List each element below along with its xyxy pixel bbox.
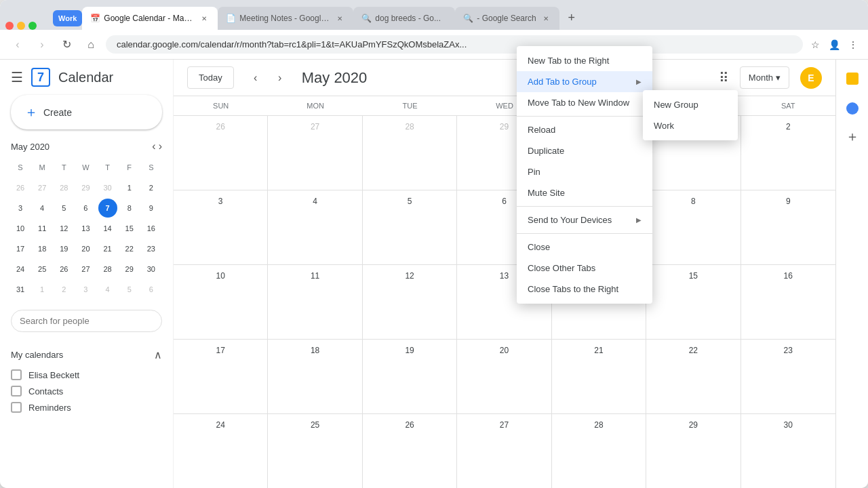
- context-menu: New Tab to the Right Add Tab to Group ▶ …: [517, 46, 652, 304]
- submenu-item-work-group[interactable]: Work: [643, 115, 738, 136]
- menu-item-mute-site[interactable]: Mute Site: [517, 182, 652, 203]
- menu-label-close-other-tabs: Close Other Tabs: [528, 263, 595, 273]
- menu-label-pin: Pin: [528, 167, 540, 177]
- menu-divider-3: [517, 233, 652, 234]
- send-devices-arrow-icon: ▶: [636, 216, 642, 224]
- context-menu-overlay[interactable]: New Tab to the Right Add Tab to Group ▶ …: [0, 0, 868, 488]
- menu-label-send-devices: Send to Your Devices: [528, 215, 612, 225]
- menu-label-mute-site: Mute Site: [528, 188, 565, 198]
- menu-divider-1: [517, 116, 652, 117]
- menu-item-send-devices[interactable]: Send to Your Devices ▶: [517, 209, 652, 230]
- menu-label-close-tabs-right: Close Tabs to the Right: [528, 284, 618, 294]
- menu-item-close-other-tabs[interactable]: Close Other Tabs: [517, 258, 652, 279]
- menu-item-duplicate[interactable]: Duplicate: [517, 140, 652, 161]
- menu-item-reload[interactable]: Reload: [517, 119, 652, 140]
- menu-label-duplicate: Duplicate: [528, 146, 564, 156]
- submenu-label-new-group: New Group: [654, 100, 698, 110]
- menu-label-close: Close: [528, 242, 550, 252]
- menu-item-move-tab-window[interactable]: Move Tab to New Window: [517, 92, 652, 113]
- menu-item-close[interactable]: Close: [517, 237, 652, 258]
- submenu-arrow-icon: ▶: [636, 78, 642, 85]
- menu-item-new-tab-right[interactable]: New Tab to the Right: [517, 50, 652, 71]
- submenu-label-work-group: Work: [654, 121, 674, 131]
- menu-divider-2: [517, 206, 652, 207]
- submenu-tab-group: New Group Work: [643, 90, 738, 140]
- menu-label-new-tab-right: New Tab to the Right: [528, 56, 609, 66]
- menu-item-pin[interactable]: Pin: [517, 161, 652, 182]
- menu-label-add-tab-group: Add Tab to Group: [528, 77, 597, 87]
- menu-item-add-tab-group[interactable]: Add Tab to Group ▶ New Group Work: [517, 71, 652, 92]
- submenu-item-new-group[interactable]: New Group: [643, 94, 738, 115]
- menu-item-close-tabs-right[interactable]: Close Tabs to the Right: [517, 279, 652, 300]
- menu-label-move-tab-window: Move Tab to New Window: [528, 98, 629, 108]
- menu-label-reload: Reload: [528, 125, 555, 135]
